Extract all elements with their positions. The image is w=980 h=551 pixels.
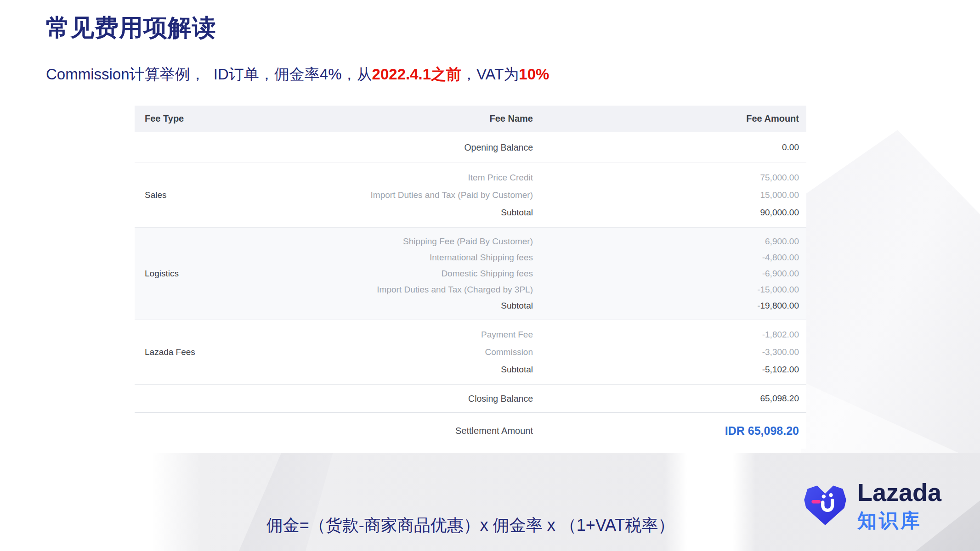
fee-table: Fee Type Fee Name Fee Amount Opening Bal… [135,106,806,449]
fee-amount: 6,900.00 [533,236,806,247]
table-section-sales: Sales Item Price Credit75,000.00 Import … [135,163,806,227]
fee-amount: 65,098.20 [533,394,806,404]
table-row: Shipping Fee (Paid By Customer)6,900.00 [282,233,806,249]
settlement-amount-value: IDR 65,098.20 [533,424,806,438]
page-title: 常见费用项解读 [46,12,216,44]
section-rows: Item Price Credit75,000.00 Import Duties… [282,163,806,227]
table-row: Domestic Shipping fees-6,900.00 [282,265,806,281]
slide: 常见费用项解读 Commission计算举例， ID订单，佣金率4%，从2022… [0,0,980,551]
fee-name: Item Price Credit [282,173,533,183]
fee-name: Opening Balance [282,142,533,153]
formula-line1: 佣金=（货款-商家商品优惠）x 佣金率 x （1+VAT税率） [135,513,806,537]
fee-name: Subtotal [282,301,533,311]
fee-amount: 15,000.00 [533,190,806,200]
lazada-wordmark: Lazada [857,479,941,506]
fee-amount: 0.00 [533,142,806,152]
fee-name: Shipping Fee (Paid By Customer) [282,236,533,247]
header-fee-amount: Fee Amount [533,113,806,124]
logo-text: Lazada 知识库 [857,479,941,534]
fee-amount: -4,800.00 [533,253,806,263]
fee-name: Commission [282,347,533,357]
lazada-logo: Lazada 知识库 [801,479,941,534]
knowledge-base-label: 知识库 [857,508,941,534]
fee-type-label: Lazada Fees [135,320,282,384]
fee-name: Closing Balance [282,394,533,404]
table-row-settlement-amount: Settlement Amount IDR 65,098.20 [135,412,806,449]
fee-amount: -19,800.00 [533,301,806,311]
subtitle-text-lead: Commission计算举例， ID订单，佣金率4%，从 [46,66,372,83]
fee-name: Payment Fee [282,330,533,340]
fee-amount: -1,802.00 [533,330,806,340]
subtitle-highlight-date: 2022.4.1之前 [372,66,461,83]
table-row: Item Price Credit75,000.00 [282,169,806,186]
fee-name: Subtotal [282,365,533,375]
commission-formula: 佣金=（货款-商家商品优惠）x 佣金率 x （1+VAT税率） (75000-0… [135,466,806,551]
fee-name: Domestic Shipping fees [282,269,533,279]
subtitle: Commission计算举例， ID订单，佣金率4%，从2022.4.1之前，V… [46,64,549,85]
table-row-subtotal: Subtotal-5,102.00 [282,361,806,378]
fee-type-label: Sales [135,163,282,227]
fee-amount: 90,000.00 [533,208,806,218]
header-fee-name: Fee Name [282,113,533,124]
table-row-subtotal: Subtotal-19,800.00 [282,298,806,314]
header-fee-type: Fee Type [135,113,282,124]
table-row: Import Duties and Tax (Paid by Customer)… [282,186,806,204]
table-row: Commission-3,300.00 [282,343,806,361]
fee-amount: -6,900.00 [533,269,806,279]
fee-amount: 75,000.00 [533,173,806,183]
fee-name: Subtotal [282,208,533,218]
fee-type-label: Logistics [135,228,282,320]
subtitle-text-mid: ，VAT为 [461,66,519,83]
fee-name: International Shipping fees [282,253,533,263]
fee-amount: -15,000.00 [533,285,806,295]
table-section-lazada-fees: Lazada Fees Payment Fee-1,802.00 Commiss… [135,320,806,384]
table-row: Import Duties and Tax (Charged by 3PL)-1… [282,282,806,298]
fee-name: Import Duties and Tax (Charged by 3PL) [282,285,533,295]
section-rows: Shipping Fee (Paid By Customer)6,900.00 … [282,228,806,320]
table-header-row: Fee Type Fee Name Fee Amount [135,106,806,132]
table-section-logistics: Logistics Shipping Fee (Paid By Customer… [135,227,806,320]
fee-name: Import Duties and Tax (Paid by Customer) [282,190,533,200]
table-row-opening-balance: Opening Balance 0.00 [135,132,806,163]
fee-amount: -3,300.00 [533,347,806,357]
table-row: Payment Fee-1,802.00 [282,326,806,343]
section-rows: Payment Fee-1,802.00 Commission-3,300.00… [282,320,806,384]
table-row-subtotal: Subtotal90,000.00 [282,204,806,221]
fee-name: Settlement Amount [282,426,533,436]
table-row: International Shipping fees-4,800.00 [282,249,806,265]
subtitle-highlight-vat: 10% [519,66,549,83]
fee-amount: -5,102.00 [533,365,806,375]
formula-line1-text: 佣金=（货款-商家商品优惠）x 佣金率 x （1+VAT税率） [266,516,675,534]
lazada-heart-icon [801,479,849,530]
table-row-closing-balance: Closing Balance 65,098.20 [135,384,806,412]
